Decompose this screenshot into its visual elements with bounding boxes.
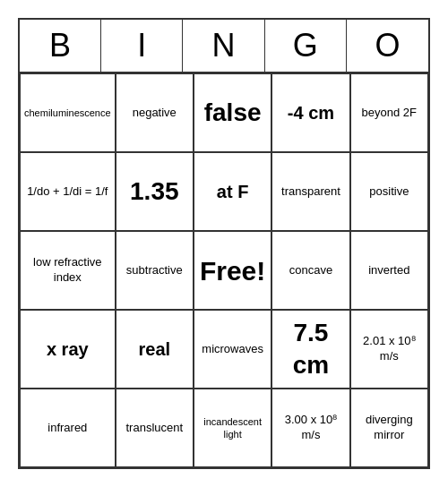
cell-21[interactable]: translucent: [116, 389, 194, 467]
cell-15[interactable]: x ray: [20, 310, 116, 389]
bingo-header: BINGO: [20, 20, 428, 73]
cell-6[interactable]: 1.35: [116, 152, 194, 231]
cell-20[interactable]: infrared: [20, 389, 116, 467]
cell-18[interactable]: 7.5 cm: [271, 310, 349, 389]
header-letter-n: N: [183, 20, 264, 72]
cell-16[interactable]: real: [116, 310, 194, 389]
cell-23[interactable]: 3.00 x 10⁸ m/s: [271, 389, 349, 467]
cell-9[interactable]: positive: [350, 152, 428, 231]
cell-4[interactable]: beyond 2F: [350, 73, 428, 152]
cell-5[interactable]: 1/do + 1/di = 1/f: [20, 152, 116, 231]
cell-14[interactable]: inverted: [350, 231, 428, 310]
header-letter-g: G: [265, 20, 347, 72]
cell-17[interactable]: microwaves: [194, 310, 271, 389]
header-letter-i: I: [101, 20, 183, 72]
cell-7[interactable]: at F: [194, 152, 271, 231]
cell-8[interactable]: transparent: [271, 152, 349, 231]
cell-1[interactable]: negative: [116, 73, 194, 152]
bingo-grid: chemiluminescencenegativefalse-4 cmbeyon…: [20, 73, 428, 467]
header-letter-o: O: [347, 20, 428, 72]
cell-12[interactable]: Free!: [194, 231, 271, 310]
cell-0[interactable]: chemiluminescence: [20, 73, 116, 152]
cell-10[interactable]: low refractive index: [20, 231, 116, 310]
cell-2[interactable]: false: [194, 73, 271, 152]
bingo-card: BINGO chemiluminescencenegativefalse-4 c…: [18, 18, 430, 469]
cell-3[interactable]: -4 cm: [271, 73, 349, 152]
header-letter-b: B: [20, 20, 101, 72]
cell-22[interactable]: incandescent light: [194, 389, 271, 467]
cell-13[interactable]: concave: [271, 231, 349, 310]
cell-11[interactable]: subtractive: [116, 231, 194, 310]
cell-19[interactable]: 2.01 x 10⁸ m/s: [350, 310, 428, 389]
cell-24[interactable]: diverging mirror: [350, 389, 428, 467]
